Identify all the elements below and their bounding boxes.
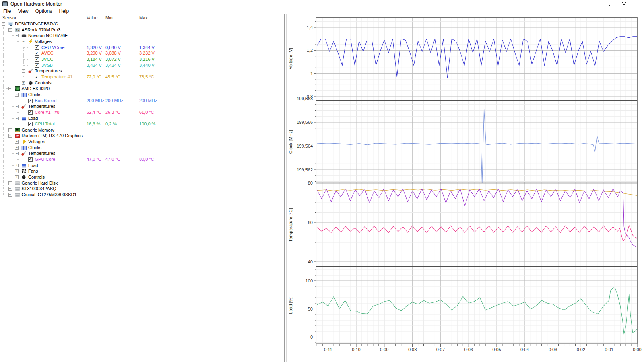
y-axis-label-load: Load [%]: [288, 296, 293, 314]
tree-row[interactable]: +Voltages: [0, 139, 285, 145]
tree-row[interactable]: ✓GPU Core47,0 °C47,0 °C80,0 °C: [0, 156, 285, 162]
column-header-max[interactable]: Max: [139, 15, 148, 20]
hdd-icon: [15, 193, 21, 197]
sensor-label: ASRock 970M Pro3: [22, 27, 61, 33]
column-header-min[interactable]: Min: [105, 15, 113, 20]
tree-row[interactable]: +Generic Hard Disk: [0, 180, 285, 186]
tree-guide-line: [17, 50, 17, 56]
minimize-button[interactable]: [584, 0, 600, 8]
tree-row[interactable]: ✓CPU VCore1,320 V0,840 V1,344 V: [0, 45, 285, 51]
tree-row[interactable]: +Generic Memory: [0, 127, 285, 133]
expand-toggle[interactable]: +: [15, 140, 19, 144]
tree-row[interactable]: +Crucial_CT275MX300SSD1: [0, 192, 285, 198]
tree-row[interactable]: −ATIRadeon (TM) RX 470 Graphics: [0, 133, 285, 139]
tree-row[interactable]: +ST31000342ASQ: [0, 186, 285, 192]
tree-guide-line: [3, 109, 4, 115]
sensor-label: Bus Speed: [35, 98, 57, 104]
tree-row[interactable]: −Temperatures: [0, 150, 285, 156]
expand-toggle[interactable]: +: [8, 181, 12, 185]
expand-toggle[interactable]: +: [8, 128, 12, 132]
tree-row[interactable]: ✓Core #1 - #852,4 °C26,3 °C61,0 °C: [0, 109, 285, 115]
tree-row[interactable]: ✓Temperature #172,0 °C45,5 °C78,5 °C: [0, 74, 285, 80]
tree-guide-line: [3, 30, 8, 30]
sensor-checkbox[interactable]: ✓: [35, 75, 39, 79]
tree-row[interactable]: ✓CPU Total16,3 %0,2 %100,0 %: [0, 121, 285, 127]
collapse-toggle[interactable]: −: [22, 40, 25, 43]
tree-row[interactable]: −Nuvoton NCT6776F: [0, 33, 285, 39]
collapse-toggle[interactable]: −: [8, 134, 12, 138]
collapse-toggle[interactable]: −: [15, 152, 19, 155]
ati-icon: ATI: [15, 134, 21, 138]
tree-row[interactable]: −AMD FX-8320: [0, 86, 285, 92]
collapse-toggle[interactable]: −: [8, 87, 12, 90]
sensor-checkbox[interactable]: ✓: [28, 99, 33, 103]
expand-toggle[interactable]: +: [8, 193, 12, 197]
tree-row[interactable]: −Voltages: [0, 39, 285, 45]
sensor-label: GPU Core: [35, 156, 56, 162]
collapse-toggle[interactable]: −: [15, 105, 19, 108]
sensor-checkbox[interactable]: ✓: [28, 110, 33, 115]
collapse-toggle[interactable]: −: [15, 93, 19, 97]
tree-guide-line: [17, 62, 17, 68]
sensor-label: Voltages: [35, 39, 52, 45]
tree-row[interactable]: +Clocks: [0, 145, 285, 151]
tree-row[interactable]: ✓Bus Speed200 MHz200 MHz200 MHz: [0, 98, 285, 104]
sensor-checkbox[interactable]: ✓: [28, 122, 33, 126]
panel-splitter[interactable]: [284, 14, 287, 362]
sensor-checkbox[interactable]: ✓: [35, 57, 39, 62]
sensor-checkbox[interactable]: ✓: [35, 63, 39, 68]
tree-guide-line: [3, 103, 4, 109]
sensor-min: 200 MHz: [105, 98, 123, 104]
tree-guide-line: [3, 168, 4, 174]
tree-row[interactable]: +Controls: [0, 174, 285, 180]
tree-guide-line: [3, 136, 8, 136]
restore-button[interactable]: [600, 0, 616, 8]
tree-row[interactable]: ✓3VSB3,424 V3,424 V3,440 V: [0, 62, 285, 68]
tree-row[interactable]: −Clocks: [0, 92, 285, 98]
expand-toggle[interactable]: +: [22, 81, 25, 85]
tree-row[interactable]: −DESKTOP-GEB67VG: [0, 21, 285, 27]
tree-guide-line: [3, 92, 4, 98]
fan-icon: [21, 169, 27, 173]
x-tick-label: 0:01: [605, 347, 613, 352]
collapse-toggle[interactable]: −: [8, 28, 12, 32]
collapse-toggle[interactable]: −: [22, 69, 25, 73]
column-header-sensor[interactable]: Sensor: [2, 15, 17, 20]
tree-row[interactable]: −Load: [0, 115, 285, 121]
tree-row[interactable]: −ASRock 970M Pro3: [0, 27, 285, 33]
column-header-value[interactable]: Value: [87, 15, 97, 20]
load-icon: [21, 163, 27, 168]
sensor-checkbox[interactable]: ✓: [35, 51, 39, 56]
tree-guide-line: [23, 53, 28, 53]
tree-row[interactable]: +Controls: [0, 80, 285, 86]
chip-icon: [21, 33, 27, 38]
y-tick-label: 199,568: [297, 96, 313, 101]
tree-row[interactable]: ✓3VCC3,184 V3,072 V3,216 V: [0, 56, 285, 62]
menu-help[interactable]: Help: [56, 8, 72, 14]
collapse-toggle[interactable]: −: [15, 117, 19, 120]
tree-row[interactable]: −Temperatures: [0, 68, 285, 74]
collapse-toggle[interactable]: −: [2, 22, 5, 26]
expand-toggle[interactable]: +: [15, 164, 19, 167]
column-separator: [136, 15, 136, 21]
sensor-value: 52,4 °C: [87, 109, 101, 115]
menu-options[interactable]: Options: [33, 8, 55, 14]
close-button[interactable]: [616, 0, 632, 8]
sensor-label: Fans: [28, 168, 38, 174]
sensor-checkbox[interactable]: ✓: [28, 157, 33, 162]
sensor-checkbox[interactable]: ✓: [35, 45, 39, 50]
tree-row[interactable]: ✓AVCC3,200 V3,088 V3,232 V: [0, 50, 285, 56]
menu-view[interactable]: View: [15, 8, 31, 14]
collapse-toggle[interactable]: −: [15, 34, 19, 37]
tree-row[interactable]: −Temperatures: [0, 103, 285, 109]
tree-guide-line: [3, 80, 4, 86]
expand-toggle[interactable]: +: [15, 169, 19, 173]
expand-toggle[interactable]: +: [15, 146, 19, 150]
expand-toggle[interactable]: +: [15, 175, 19, 179]
tree-row[interactable]: +Load: [0, 162, 285, 169]
menu-file[interactable]: File: [0, 8, 14, 14]
expand-toggle[interactable]: +: [8, 187, 12, 191]
tree-guide-line: [17, 124, 21, 124]
tree-row[interactable]: +Fans: [0, 168, 285, 174]
cpu-icon: [15, 86, 21, 91]
